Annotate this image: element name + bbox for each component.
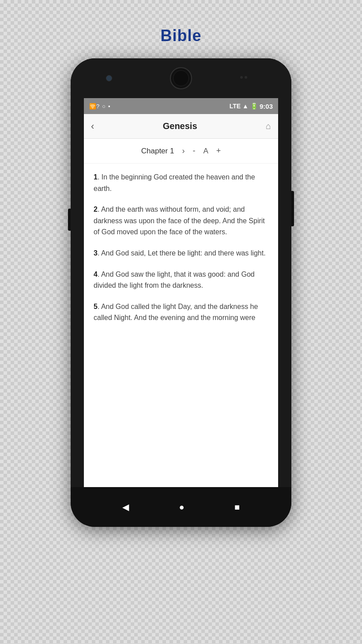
wifi-icon: 🛜? xyxy=(89,103,99,110)
android-back-button[interactable]: ◀ xyxy=(122,502,129,512)
phone-device: 🛜? ○ ▪ LTE ▲ 🔋 9:03 ‹ Genesis ⌂ Cha xyxy=(71,58,291,545)
chapter-controls: Chapter 1 › - A + xyxy=(84,139,278,164)
side-button-right xyxy=(291,191,294,226)
verse-1: 1. In the beginning God created the heav… xyxy=(94,171,268,194)
bible-content[interactable]: 1. In the beginning God created the heav… xyxy=(84,164,278,487)
side-button-left xyxy=(68,209,71,231)
status-right-area: LTE ▲ 🔋 9:03 xyxy=(230,103,273,110)
sensor-dots xyxy=(240,76,247,79)
verse-number: 5 xyxy=(94,303,98,310)
android-recents-button[interactable]: ■ xyxy=(234,502,240,512)
app-header: ‹ Genesis ⌂ xyxy=(84,114,278,139)
book-title: Genesis xyxy=(163,121,197,131)
chapter-next-button[interactable]: › xyxy=(182,146,185,156)
sdcard-icon: ▪ xyxy=(108,103,110,110)
verse-number: 2 xyxy=(94,206,98,213)
verse-number: 4 xyxy=(94,271,98,278)
status-time: 9:03 xyxy=(260,103,273,110)
earpiece-speaker xyxy=(170,67,192,89)
page-title: Bible xyxy=(160,27,201,45)
android-home-button[interactable]: ● xyxy=(179,502,184,512)
phone-shell: 🛜? ○ ▪ LTE ▲ 🔋 9:03 ‹ Genesis ⌂ Cha xyxy=(71,58,291,527)
front-camera xyxy=(106,75,112,81)
verse-number: 3 xyxy=(94,249,98,257)
verse-5: 5. And God called the light Day, and the… xyxy=(94,301,268,324)
chapter-label: Chapter 1 xyxy=(141,147,174,156)
signal-icon: ▲ xyxy=(242,103,249,110)
back-button[interactable]: ‹ xyxy=(91,121,94,132)
font-size-indicator: A xyxy=(203,147,208,156)
battery-icon: 🔋 xyxy=(250,103,258,110)
circle-icon: ○ xyxy=(102,103,106,110)
phone-screen: 🛜? ○ ▪ LTE ▲ 🔋 9:03 ‹ Genesis ⌂ Cha xyxy=(84,98,278,487)
home-button[interactable]: ⌂ xyxy=(266,121,271,131)
android-nav-bar: ◀ ● ■ xyxy=(71,487,291,527)
lte-label: LTE xyxy=(230,103,241,110)
sensor-dot-1 xyxy=(240,76,243,79)
verse-number: 1 xyxy=(94,173,98,181)
status-bar: 🛜? ○ ▪ LTE ▲ 🔋 9:03 xyxy=(84,98,278,114)
font-increase-button[interactable]: + xyxy=(216,146,221,156)
font-decrease-button[interactable]: - xyxy=(192,146,195,156)
verse-2: 2. And the earth was without form, and v… xyxy=(94,204,268,238)
verse-3: 3. And God said, Let there be light: and… xyxy=(94,248,268,259)
sensor-dot-2 xyxy=(245,76,247,79)
phone-top-bezel xyxy=(71,58,291,98)
status-left-icons: 🛜? ○ ▪ xyxy=(89,103,110,110)
verse-4: 4. And God saw the light, that it was go… xyxy=(94,269,268,291)
